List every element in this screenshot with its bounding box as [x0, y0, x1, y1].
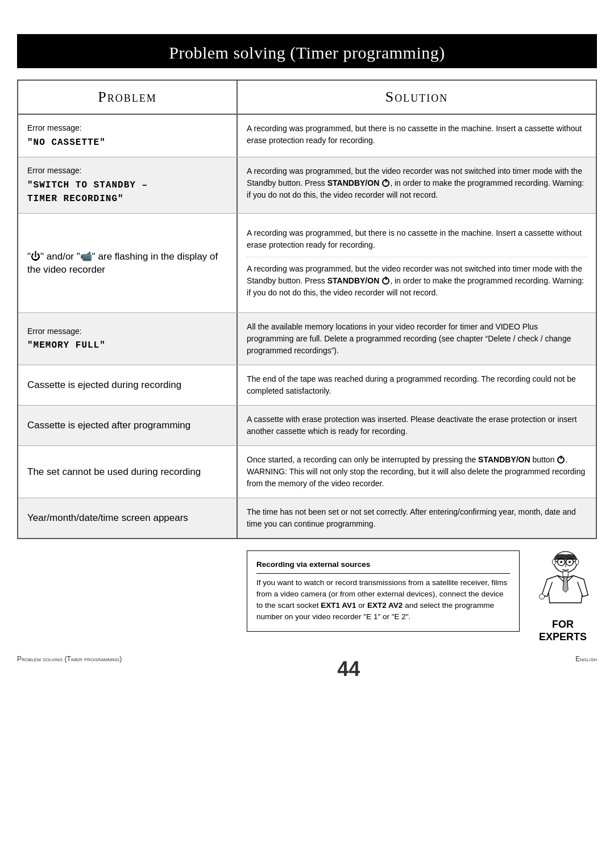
- solution-cassette-ejected-recording: The end of the tape was reached during a…: [238, 365, 596, 405]
- problem-year-month-date: Year/month/date/time screen appears: [18, 498, 238, 538]
- footer: Problem solving (Timer programming) 44 E…: [0, 649, 614, 687]
- header-solution-label: Solution: [385, 89, 448, 105]
- no-cassette-code: "NO CASSETTE": [27, 137, 106, 148]
- header-solution-cell: Solution: [238, 81, 596, 114]
- solution-no-cassette-text: A recording was programmed, but there is…: [247, 123, 587, 147]
- svg-rect-10: [563, 571, 568, 577]
- page-title-container: Problem solving (Timer programming): [17, 37, 597, 68]
- svg-point-11: [539, 594, 544, 599]
- standby-icon-2: [382, 277, 389, 285]
- solution-switch-standby: A recording was programmed, but the vide…: [238, 157, 596, 213]
- solution-memory-full: All the available memory locations in yo…: [238, 313, 596, 365]
- cassette-ejected-programming-text: Cassette is ejected after programming: [27, 420, 190, 431]
- for-experts-label: FOR EXPERTS: [539, 619, 587, 643]
- flashing-icons-text: "⏻" and/or "📹" are flashing in the displ…: [27, 251, 218, 276]
- solution-flashing-icons: A recording was programmed, but there is…: [238, 214, 596, 312]
- set-cannot-be-used-text: The set cannot be used during recording: [27, 466, 201, 477]
- solution-flashing-icons-part2: A recording was programmed, but the vide…: [247, 257, 587, 304]
- standby-icon-3: [557, 456, 565, 464]
- problem-memory-full: Error message: "MEMORY FULL": [18, 313, 238, 365]
- year-month-date-text: Year/month/date/time screen appears: [27, 512, 188, 523]
- row-memory-full: Error message: "MEMORY FULL" All the ava…: [18, 313, 596, 365]
- solution-cassette-ejected-programming-text: A cassette with erase protection was ins…: [247, 414, 587, 437]
- solution-no-cassette: A recording was programmed, but there is…: [238, 115, 596, 157]
- solution-set-cannot-be-used: Once started, a recording can only be in…: [238, 446, 596, 498]
- row-switch-standby: Error message: "SWITCH TO STANDBY –TIMER…: [18, 157, 596, 214]
- row-no-cassette: Error message: "NO CASSETTE" A recording…: [18, 115, 596, 157]
- svg-point-9: [575, 560, 579, 565]
- row-cassette-ejected-programming: Cassette is ejected after programming A …: [18, 406, 596, 446]
- table-header: Problem Solution: [18, 81, 596, 115]
- solution-memory-full-text: All the available memory locations in yo…: [247, 321, 587, 357]
- tip-box-body: If you want to watch or record transmiss…: [256, 577, 510, 623]
- character-area: FOR EXPERTS: [529, 550, 597, 643]
- page-title: Problem solving (Timer programming): [34, 43, 580, 62]
- solution-year-month-date: The time has not been set or not set cor…: [238, 498, 596, 538]
- header-problem-cell: Problem: [18, 81, 238, 114]
- header-problem-label: Problem: [98, 89, 156, 105]
- solution-cassette-ejected-recording-text: The end of the tape was reached during a…: [247, 373, 587, 397]
- row-year-month-date: Year/month/date/time screen appears The …: [18, 498, 596, 538]
- solution-cassette-ejected-programming: A cassette with erase protection was ins…: [238, 406, 596, 445]
- character-illustration: [534, 550, 591, 619]
- tip-box-title: Recording via external sources: [256, 559, 510, 573]
- row-cassette-ejected-recording: Cassette is ejected during recording The…: [18, 365, 596, 406]
- footer-right: English: [575, 655, 597, 681]
- bottom-section: Recording via external sources If you wa…: [17, 550, 597, 643]
- row-flashing-icons: "⏻" and/or "📹" are flashing in the displ…: [18, 214, 596, 313]
- no-cassette-label: Error message:: [27, 123, 106, 134]
- footer-left: Problem solving (Timer programming): [17, 655, 122, 681]
- svg-point-6: [560, 561, 562, 564]
- solution-switch-standby-text: A recording was programmed, but the vide…: [247, 165, 587, 201]
- row-set-cannot-be-used: The set cannot be used during recording …: [18, 446, 596, 498]
- solution-year-month-date-text: The time has not been set or not set cor…: [247, 506, 587, 530]
- problem-switch-standby: Error message: "SWITCH TO STANDBY –TIMER…: [18, 157, 238, 213]
- standby-icon: [382, 180, 389, 187]
- svg-point-7: [569, 561, 571, 564]
- cassette-ejected-recording-text: Cassette is ejected during recording: [27, 379, 181, 390]
- main-table: Problem Solution Error message: "NO CASS…: [17, 80, 597, 539]
- svg-point-8: [553, 560, 556, 565]
- problem-no-cassette: Error message: "NO CASSETTE": [18, 115, 238, 157]
- solution-set-cannot-be-used-text: Once started, a recording can only be in…: [247, 454, 587, 490]
- tip-box: Recording via external sources If you wa…: [247, 550, 520, 631]
- memory-full-label: Error message:: [27, 326, 106, 337]
- problem-cassette-ejected-programming: Cassette is ejected after programming: [18, 406, 238, 445]
- solution-flashing-icons-part1: A recording was programmed, but there is…: [247, 222, 587, 257]
- switch-standby-label: Error message:: [27, 165, 148, 177]
- page-number: 44: [337, 657, 360, 681]
- memory-full-code: "MEMORY FULL": [27, 340, 106, 350]
- problem-flashing-icons: "⏻" and/or "📹" are flashing in the displ…: [18, 214, 238, 312]
- problem-set-cannot-be-used: The set cannot be used during recording: [18, 446, 238, 498]
- switch-standby-code: "SWITCH TO STANDBY –TIMER RECORDING": [27, 180, 148, 204]
- problem-cassette-ejected-recording: Cassette is ejected during recording: [18, 365, 238, 405]
